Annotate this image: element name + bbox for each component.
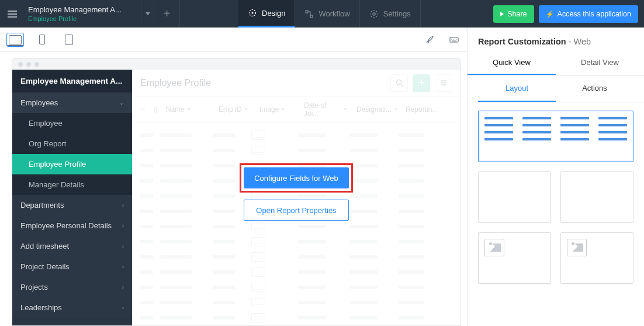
keyboard-tool-button[interactable] — [448, 34, 460, 46]
tab-quick-view[interactable]: Quick View — [468, 51, 556, 75]
canvas: Employee Management A... Employees⌄ Empl… — [12, 58, 461, 326]
share-button[interactable]: Share — [493, 5, 534, 23]
tab-workflow[interactable]: Workflow — [295, 0, 359, 28]
top-header: Employee Management A... Employee Profil… — [0, 0, 644, 28]
placeholder-row — [140, 295, 452, 310]
app-title-block[interactable]: Employee Management A... Employee Profil… — [25, 0, 141, 28]
sidebar-item-label: Project Details — [20, 262, 70, 271]
sidebar-app-name: Employee Management A... — [12, 70, 132, 92]
chevron-right-icon: › — [122, 284, 124, 290]
view-tabs: Quick View Detail View — [468, 51, 644, 76]
open-report-properties-label: Open Report Properties — [256, 206, 336, 215]
tab-settings[interactable]: Settings — [360, 0, 421, 28]
device-tablet-button[interactable] — [61, 33, 77, 46]
sub-tab-actions[interactable]: Actions — [556, 76, 633, 102]
new-app-button[interactable]: + — [154, 0, 180, 28]
placeholder-row — [140, 249, 452, 265]
sort-icon — [187, 108, 191, 111]
configure-fields-label: Configure Fields for Web — [254, 174, 338, 183]
tab-design[interactable]: Design — [238, 0, 295, 28]
column-reporting: Reportin... — [406, 105, 438, 114]
column-emp-id: Emp ID — [219, 105, 242, 114]
layout-option-summary[interactable] — [478, 171, 551, 223]
device-desktop-button[interactable] — [7, 33, 23, 46]
chevron-right-icon: › — [122, 263, 124, 270]
sort-icon — [281, 108, 285, 111]
sidebar-item-employees[interactable]: Employees⌄ — [12, 92, 132, 113]
image-thumbnail-icon — [484, 239, 504, 256]
placeholder-row — [140, 265, 452, 280]
gear-icon — [369, 9, 379, 19]
device-bar — [0, 28, 467, 52]
svg-point-9 — [142, 109, 143, 110]
sidebar-item-label: Add timesheet — [20, 242, 69, 250]
sidebar-item-label: Employee — [29, 119, 63, 128]
sidebar-item-label: Employee Personal Details — [20, 221, 112, 230]
hamburger-icon — [8, 13, 17, 15]
open-report-properties-button[interactable]: Open Report Properties — [244, 200, 349, 221]
window-dot — [26, 62, 31, 67]
sidebar: Employee Management A... Employees⌄ Empl… — [12, 70, 132, 325]
app-subtitle: Employee Profile — [28, 15, 137, 22]
sidebar-item-projects[interactable]: Projects› — [12, 277, 132, 297]
main: Employee Management A... Employees⌄ Empl… — [0, 28, 644, 326]
sidebar-item-manager-details[interactable]: Manager Details — [12, 174, 132, 195]
report-title: Employee Profile — [140, 78, 390, 88]
svg-point-8 — [141, 108, 145, 111]
app-title: Employee Management A... — [28, 5, 137, 14]
sidebar-item-label: Leaderships — [20, 303, 62, 312]
configure-fields-button[interactable]: Configure Fields for Web — [244, 167, 349, 188]
hamburger-menu-button[interactable] — [0, 0, 25, 28]
column-image: Image — [259, 105, 279, 114]
device-phone-button[interactable] — [34, 33, 50, 46]
svg-rect-6 — [450, 37, 458, 42]
sub-tab-layout[interactable]: Layout — [478, 76, 556, 102]
placeholder-row — [140, 143, 452, 158]
sidebar-item-departments[interactable]: Departments› — [12, 195, 132, 215]
report-area: Employee Profile + — [132, 70, 461, 325]
layout-option-summary-alt[interactable] — [560, 171, 633, 223]
column-name: Name — [166, 105, 185, 114]
sidebar-item-employee-profile[interactable]: Employee Profile — [12, 154, 132, 174]
layout-options — [468, 102, 644, 292]
eye-icon — [140, 105, 145, 114]
access-label: Access this application — [558, 10, 631, 18]
sidebar-item-label: Employee Profile — [29, 160, 86, 169]
sort-icon — [244, 108, 248, 111]
svg-rect-2 — [306, 11, 308, 13]
chevron-right-icon: › — [122, 304, 124, 311]
layout-option-table[interactable] — [478, 111, 633, 162]
design-icon — [248, 8, 257, 18]
sub-tab-actions-label: Actions — [582, 84, 607, 92]
chevron-down-icon: ⌄ — [119, 99, 124, 106]
left-pane: Employee Management A... Employees⌄ Empl… — [0, 28, 467, 326]
app-switch-dropdown[interactable] — [141, 0, 154, 28]
panel-title-suffix: - Web — [566, 37, 591, 46]
sidebar-item-org-report[interactable]: Org Report — [12, 133, 132, 154]
sidebar-item-project-details[interactable]: Project Details› — [12, 256, 132, 277]
sidebar-item-employee-personal-details[interactable]: Employee Personal Details› — [12, 215, 132, 236]
layout-option-image-left[interactable] — [478, 232, 551, 284]
tab-design-label: Design — [262, 9, 285, 18]
sub-tab-layout-label: Layout — [505, 84, 528, 92]
layout-option-image-left-alt[interactable] — [560, 232, 633, 284]
window-dot — [18, 62, 23, 67]
search-icon — [390, 74, 408, 92]
tab-settings-label: Settings — [383, 9, 411, 18]
share-label: Share — [507, 10, 527, 18]
sidebar-item-add-timesheet[interactable]: Add timesheet› — [12, 236, 132, 256]
chevron-right-icon: › — [122, 202, 124, 208]
chevron-down-icon — [146, 12, 150, 15]
svg-point-4 — [372, 12, 375, 15]
sidebar-item-employee[interactable]: Employee — [12, 113, 132, 133]
sidebar-item-label: Departments — [20, 201, 64, 210]
paint-tool-button[interactable] — [425, 34, 437, 46]
access-app-button[interactable]: Access this application — [539, 5, 638, 23]
tab-detail-view[interactable]: Detail View — [556, 51, 644, 75]
chevron-right-icon: › — [122, 222, 124, 229]
add-record-icon: + — [413, 74, 430, 92]
column-date: Date of Joi... — [304, 101, 341, 118]
sidebar-item-leaderships[interactable]: Leaderships› — [12, 297, 132, 318]
right-panel: Report Customization - Web Quick View De… — [467, 28, 644, 326]
sort-icon — [394, 108, 397, 111]
